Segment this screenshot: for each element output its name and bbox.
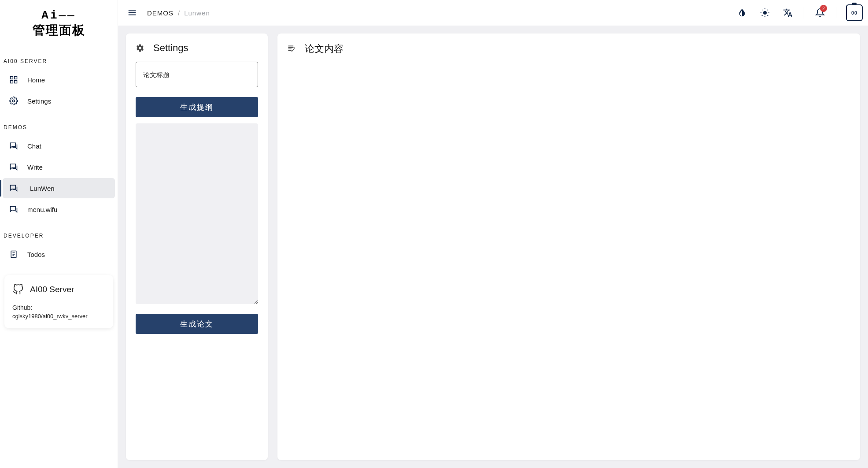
sidebar-section-title: DEMOS bbox=[0, 120, 118, 135]
sidebar-item-label: LunWen bbox=[27, 185, 55, 192]
svg-line-12 bbox=[762, 10, 762, 10]
card-title: AI00 Server bbox=[30, 285, 74, 294]
logo-line1: Ai—— bbox=[33, 9, 85, 22]
avatar-text: 00 bbox=[851, 10, 857, 15]
dashboard-icon bbox=[9, 75, 18, 85]
outline-textarea[interactable] bbox=[136, 123, 258, 304]
svg-rect-1 bbox=[15, 77, 17, 79]
gear-icon bbox=[9, 96, 18, 106]
hamburger-menu-button[interactable] bbox=[123, 4, 141, 22]
notifications-badge: 2 bbox=[820, 5, 827, 12]
invert-colors-icon[interactable] bbox=[732, 3, 752, 22]
sidebar-item-home[interactable]: Home bbox=[3, 70, 115, 90]
settings-panel: Settings 生成提纲 生成论文 bbox=[126, 33, 268, 460]
settings-title: Settings bbox=[153, 42, 188, 54]
svg-rect-0 bbox=[11, 77, 13, 79]
forum-icon bbox=[9, 183, 18, 193]
logo: Ai—— 管理面板 bbox=[0, 0, 118, 48]
translate-icon[interactable] bbox=[778, 3, 798, 22]
edit-note-icon bbox=[287, 45, 296, 53]
sidebar: Ai—— 管理面板 AI00 SERVERHomeSettingsDEMOSCh… bbox=[0, 0, 118, 468]
breadcrumb-sep: / bbox=[178, 9, 180, 17]
svg-line-16 bbox=[762, 15, 762, 16]
svg-rect-3 bbox=[11, 81, 13, 83]
content-title: 论文内容 bbox=[305, 42, 344, 56]
breadcrumb-current: Lunwen bbox=[184, 9, 210, 17]
generate-outline-button[interactable]: 生成提纲 bbox=[136, 97, 258, 117]
breadcrumb-demos[interactable]: DEMOS bbox=[147, 9, 174, 17]
svg-point-9 bbox=[763, 11, 767, 15]
svg-line-17 bbox=[768, 10, 768, 10]
card-github-label: Github: bbox=[12, 304, 105, 311]
sidebar-item-lunwen[interactable]: LunWen bbox=[3, 178, 115, 198]
forum-icon bbox=[9, 204, 18, 214]
avatar[interactable]: 00 bbox=[846, 4, 863, 21]
sidebar-item-label: Home bbox=[27, 76, 45, 84]
sidebar-item-menu-wifu[interactable]: menu.wifu bbox=[3, 199, 115, 219]
svg-rect-2 bbox=[15, 81, 17, 83]
github-icon bbox=[12, 284, 24, 295]
sidebar-item-label: Write bbox=[27, 163, 43, 171]
gear-icon bbox=[136, 44, 144, 52]
sidebar-info-card: AI00 Server Github: cgisky1980/ai00_rwkv… bbox=[4, 275, 113, 328]
sidebar-section: DEMOSChatWriteLunWenmenu.wifu bbox=[0, 114, 118, 222]
svg-point-4 bbox=[13, 100, 15, 102]
breadcrumb: DEMOS / Lunwen bbox=[147, 9, 210, 17]
notifications-icon[interactable]: 2 bbox=[810, 3, 830, 22]
paper-title-input[interactable] bbox=[136, 62, 258, 87]
main: DEMOS / Lunwen 2 00 bbox=[118, 0, 868, 468]
sidebar-item-settings[interactable]: Settings bbox=[3, 91, 115, 111]
sidebar-item-label: menu.wifu bbox=[27, 206, 57, 213]
sidebar-item-label: Todos bbox=[27, 251, 45, 258]
brightness-icon[interactable] bbox=[755, 3, 775, 22]
sidebar-nav: AI00 SERVERHomeSettingsDEMOSChatWriteLun… bbox=[0, 48, 118, 267]
sidebar-item-chat[interactable]: Chat bbox=[3, 136, 115, 156]
generate-paper-button[interactable]: 生成论文 bbox=[136, 314, 258, 334]
topbar-divider-2 bbox=[836, 7, 836, 19]
sidebar-section: DEVELOPERTodos bbox=[0, 222, 118, 267]
sidebar-item-write[interactable]: Write bbox=[3, 157, 115, 177]
sidebar-item-todos[interactable]: Todos bbox=[3, 244, 115, 264]
sidebar-section-title: AI00 SERVER bbox=[0, 54, 118, 69]
content-area: Settings 生成提纲 生成论文 论文内容 bbox=[118, 26, 868, 468]
sidebar-section-title: DEVELOPER bbox=[0, 228, 118, 243]
sidebar-item-label: Settings bbox=[27, 97, 51, 105]
svg-line-13 bbox=[768, 15, 768, 16]
card-github-value: cgisky1980/ai00_rwkv_server bbox=[12, 313, 105, 319]
sidebar-item-label: Chat bbox=[27, 142, 41, 150]
content-panel: 论文内容 bbox=[277, 33, 860, 460]
topbar-divider bbox=[804, 7, 804, 19]
topbar: DEMOS / Lunwen 2 00 bbox=[118, 0, 868, 26]
forum-icon bbox=[9, 162, 18, 172]
forum-icon bbox=[9, 141, 18, 151]
sidebar-section: AI00 SERVERHomeSettings bbox=[0, 48, 118, 114]
logo-line2: 管理面板 bbox=[33, 22, 85, 39]
doc-list-icon bbox=[9, 249, 18, 259]
